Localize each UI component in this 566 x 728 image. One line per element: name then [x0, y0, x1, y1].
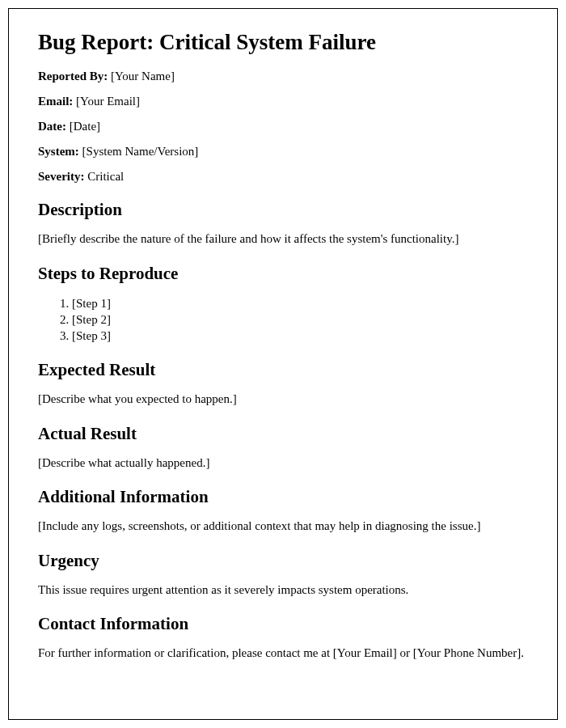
section-heading-steps: Steps to Reproduce — [38, 264, 528, 284]
section-heading-actual: Actual Result — [38, 424, 528, 444]
list-item: [Step 2] — [72, 311, 528, 328]
section-body-additional: [Include any logs, screenshots, or addit… — [38, 518, 528, 535]
meta-value: Critical — [87, 170, 124, 183]
meta-value: [Your Name] — [111, 70, 175, 83]
steps-list: [Step 1] [Step 2] [Step 3] — [72, 295, 528, 345]
meta-label: Email: — [38, 95, 73, 108]
list-item: [Step 1] — [72, 295, 528, 311]
section-body-actual: [Describe what actually happened.] — [38, 455, 528, 472]
section-heading-description: Description — [38, 200, 528, 220]
section-body-contact: For further information or clarification… — [38, 645, 528, 662]
meta-label: Severity: — [38, 170, 84, 183]
section-heading-expected: Expected Result — [38, 360, 528, 380]
meta-label: Date: — [38, 120, 66, 133]
meta-system: System: [System Name/Version] — [38, 145, 528, 159]
meta-reported-by: Reported By: [Your Name] — [38, 70, 528, 83]
list-item: [Step 3] — [72, 328, 528, 344]
meta-value: [Date] — [70, 120, 100, 133]
section-heading-contact: Contact Information — [38, 614, 528, 634]
meta-value: [Your Email] — [76, 95, 140, 108]
section-heading-additional: Additional Information — [38, 487, 528, 507]
section-body-expected: [Describe what you expected to happen.] — [38, 392, 528, 408]
section-heading-urgency: Urgency — [38, 551, 528, 571]
section-body-description: [Briefly describe the nature of the fail… — [38, 231, 528, 248]
meta-label: Reported By: — [38, 70, 108, 83]
meta-severity: Severity: Critical — [38, 170, 528, 184]
document-page: Bug Report: Critical System Failure Repo… — [8, 8, 558, 720]
section-body-urgency: This issue requires urgent attention as … — [38, 582, 528, 599]
meta-value: [System Name/Version] — [82, 145, 199, 158]
page-title: Bug Report: Critical System Failure — [38, 30, 528, 55]
meta-date: Date: [Date] — [38, 120, 528, 133]
meta-label: System: — [38, 145, 79, 158]
meta-email: Email: [Your Email] — [38, 95, 528, 108]
